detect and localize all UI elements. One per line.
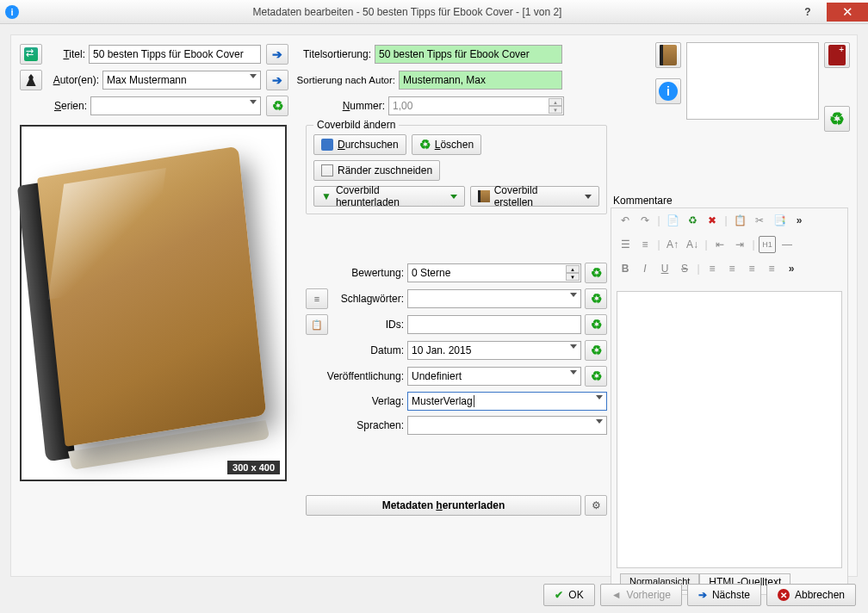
cover-thumbnail[interactable] — [686, 42, 819, 120]
author-to-sort-button[interactable]: ➔ — [266, 70, 288, 90]
main-panel: Titel: ➔ Titelsortierung: 50 besten Tipp… — [10, 34, 858, 577]
next-button[interactable]: ➔Nächste — [687, 584, 761, 606]
ids-paste-button[interactable]: 📋 — [306, 314, 328, 335]
strike-icon[interactable]: S — [676, 260, 693, 277]
folder-icon — [321, 139, 333, 151]
label-number: Nummer: — [343, 100, 385, 112]
copy-icon[interactable]: 📄 — [664, 212, 681, 229]
recycle-icon: ♻ — [591, 343, 602, 358]
cancel-icon: ✕ — [778, 589, 790, 601]
recycle-icon: ♻ — [591, 265, 602, 281]
publisher-combo[interactable]: MusterVerlag — [407, 392, 607, 411]
download-cover-button[interactable]: ▼Coverbild herunterladen — [313, 186, 465, 207]
person-icon — [25, 74, 37, 86]
authors-combo[interactable]: Max Mustermann — [102, 71, 261, 90]
close-button[interactable]: ✕ — [827, 3, 868, 22]
download-metadata-button[interactable]: Metadaten herunterladen — [306, 495, 581, 516]
label-title: Titel: — [63, 48, 85, 60]
trim-cover-button[interactable]: Ränder zuschneiden — [313, 160, 440, 181]
swap-title-author-button[interactable] — [20, 44, 42, 65]
hr-icon[interactable]: — — [778, 236, 796, 253]
font-inc-icon[interactable]: A↑ — [664, 236, 681, 253]
label-ids: IDs: — [332, 319, 407, 331]
cover-preview[interactable]: 300 x 400 — [20, 125, 287, 481]
clear-published-button[interactable]: ♻ — [585, 366, 607, 387]
label-authors: Autor(en): — [53, 74, 99, 86]
title-to-sort-button[interactable]: ➔ — [266, 44, 288, 65]
ids-input[interactable] — [407, 315, 581, 334]
download-icon: ▼ — [321, 190, 332, 202]
reset-cover-button[interactable]: ♻ — [824, 106, 850, 132]
published-combo[interactable]: Undefiniert — [407, 367, 581, 386]
clear-date-button[interactable]: ♻ — [585, 340, 607, 361]
tags-editor-button[interactable]: ≡ — [306, 288, 328, 309]
arrow-left-icon: ◄ — [611, 589, 622, 601]
comments-panel: Kommentare ↶ ↷ | 📄 ♻ ✖ | 📋 ✂ 📑 » ☰ ≡ | A… — [611, 207, 848, 595]
apply-cover-button[interactable] — [655, 42, 681, 68]
date-combo[interactable]: 10 Jan. 2015 — [407, 341, 581, 360]
new-cover-button[interactable] — [824, 42, 850, 68]
book-cover-image — [32, 145, 275, 461]
book-icon — [660, 45, 677, 65]
languages-combo[interactable] — [407, 416, 607, 435]
clear-series-button[interactable]: ♻ — [266, 96, 288, 116]
align-left-icon[interactable]: ≡ — [704, 260, 721, 277]
app-info-icon: i — [5, 5, 19, 19]
list-ul-icon[interactable]: ☰ — [617, 236, 634, 253]
recycle-icon: ♻ — [591, 368, 602, 384]
italic-icon[interactable]: I — [636, 260, 654, 277]
book-icon — [478, 190, 490, 202]
list-ol-icon[interactable]: ≡ — [636, 236, 654, 253]
label-publisher: Verlag: — [306, 395, 407, 407]
clear-tags-button[interactable]: ♻ — [585, 288, 607, 309]
add-book-icon — [828, 45, 846, 65]
redo-icon[interactable]: ↷ — [636, 212, 654, 229]
clear-rating-button[interactable]: ♻ — [585, 263, 607, 283]
undo-icon[interactable]: ↶ — [617, 212, 634, 229]
arrow-right-icon: ➔ — [272, 73, 282, 87]
label-languages: Sprachen: — [306, 419, 407, 431]
underline-icon[interactable]: U — [656, 260, 673, 277]
authorsort-input[interactable]: Mustermann, Max — [399, 71, 562, 90]
more-icon[interactable]: » — [790, 212, 808, 229]
recycle-icon: ♻ — [591, 291, 602, 306]
help-button[interactable]: ? — [789, 3, 827, 22]
copy2-icon[interactable]: 📑 — [771, 212, 788, 229]
title-input[interactable] — [89, 45, 261, 64]
dropdown-icon — [450, 195, 457, 199]
download-metadata-config-button[interactable]: ⚙ — [585, 495, 607, 516]
more-icon[interactable]: » — [783, 260, 800, 277]
cover-info-button[interactable]: i — [655, 78, 681, 104]
paste-icon[interactable]: 📋 — [731, 212, 748, 229]
delete-cover-button[interactable]: ♻Löschen — [412, 134, 481, 155]
series-number-spinner[interactable]: 1,00▲▼ — [388, 96, 564, 115]
align-right-icon[interactable]: ≡ — [743, 260, 760, 277]
label-authorsort: Sortierung nach Autor: — [288, 75, 399, 85]
clear-ids-button[interactable]: ♻ — [585, 314, 607, 335]
tags-combo[interactable] — [407, 289, 581, 308]
cancel-button[interactable]: ✕Abbrechen — [766, 584, 856, 606]
rating-spinner[interactable]: 0 Sterne▲▼ — [407, 263, 581, 282]
recycle-icon[interactable]: ♻ — [684, 212, 701, 229]
browse-cover-button[interactable]: Durchsuchen — [313, 134, 406, 155]
titlesort-input[interactable]: 50 besten Tipps für Ebook Cover — [375, 45, 562, 64]
bold-icon[interactable]: B — [617, 260, 634, 277]
series-combo[interactable] — [90, 96, 261, 115]
align-justify-icon[interactable]: ≡ — [763, 260, 780, 277]
cut-icon[interactable]: ✂ — [751, 212, 768, 229]
label-rating: Bewertung: — [306, 267, 407, 279]
indent-inc-icon[interactable]: ⇥ — [731, 236, 748, 253]
ok-button[interactable]: ✔OK — [543, 584, 594, 606]
font-dec-icon[interactable]: A↓ — [684, 236, 701, 253]
comments-editor[interactable] — [617, 291, 842, 568]
indent-dec-icon[interactable]: ⇤ — [711, 236, 728, 253]
cover-size-badge: 300 x 400 — [227, 461, 280, 474]
previous-button[interactable]: ◄Vorherige — [600, 584, 682, 606]
remove-format-icon[interactable]: ✖ — [704, 212, 721, 229]
heading-icon[interactable]: H1 — [759, 236, 776, 253]
align-center-icon[interactable]: ≡ — [723, 260, 741, 277]
recycle-icon: ♻ — [419, 137, 431, 152]
manage-authors-button[interactable] — [20, 70, 42, 90]
generate-cover-button[interactable]: Coverbild erstellen — [470, 186, 599, 207]
swap-icon — [24, 47, 38, 61]
